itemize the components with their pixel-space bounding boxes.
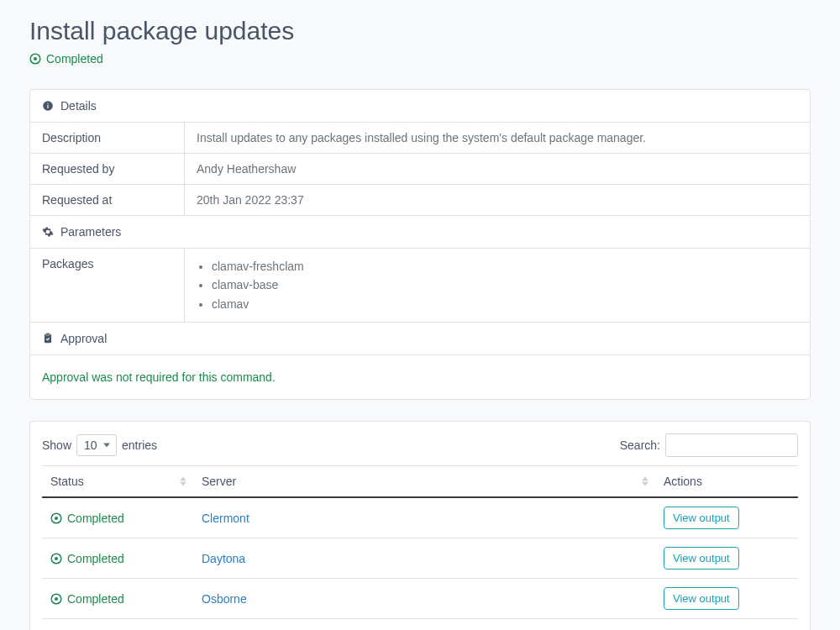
- svg-point-8: [55, 517, 58, 520]
- sort-icon: [180, 477, 186, 486]
- check-circle-icon: [50, 553, 62, 564]
- view-output-button[interactable]: View output: [664, 587, 739, 610]
- server-link[interactable]: Osborne: [202, 592, 247, 606]
- info-icon: [42, 100, 54, 112]
- table-row: CompletedDaytonaView output: [42, 538, 798, 579]
- search-input[interactable]: [665, 433, 798, 457]
- show-suffix: entries: [122, 438, 157, 452]
- package-item: clamav-base: [212, 276, 798, 294]
- check-circle-icon: [50, 593, 62, 605]
- detail-value: clamav-freshclamclamav-baseclamav: [185, 249, 810, 322]
- table-row: CompletedOsborneView output: [42, 579, 798, 619]
- packages-list: clamav-freshclamclamav-baseclamav: [197, 257, 798, 313]
- table-row: CompletedClermontView output: [42, 497, 798, 538]
- gear-icon: [42, 226, 54, 238]
- view-output-button[interactable]: View output: [664, 507, 739, 529]
- entries-select[interactable]: 10: [76, 434, 117, 456]
- sort-icon: [642, 477, 648, 486]
- detail-value: 20th Jan 2022 23:37: [185, 185, 810, 215]
- detail-value: Andy Heathershaw: [185, 154, 810, 184]
- detail-label: Requested by: [30, 154, 185, 184]
- results-table: Status Server Actions CompletedClermontV…: [42, 465, 798, 619]
- approval-header: Approval: [30, 323, 810, 355]
- details-panel: Details Description Install updates to a…: [29, 89, 811, 400]
- show-prefix: Show: [42, 438, 71, 452]
- svg-point-1: [34, 57, 37, 60]
- page-status: Completed: [29, 52, 811, 66]
- svg-point-10: [55, 557, 58, 560]
- detail-label: Packages: [30, 249, 185, 322]
- parameters-title: Parameters: [60, 225, 121, 239]
- approval-title: Approval: [60, 332, 107, 345]
- status-cell: Completed: [50, 592, 185, 606]
- detail-label: Requested at: [30, 185, 185, 215]
- col-status[interactable]: Status: [42, 466, 193, 498]
- svg-rect-6: [46, 333, 50, 335]
- detail-label: Description: [30, 123, 185, 153]
- parameters-header: Parameters: [30, 216, 810, 249]
- approval-message: Approval was not required for this comma…: [30, 355, 810, 399]
- server-link[interactable]: Daytona: [202, 552, 245, 565]
- details-header: Details: [30, 90, 810, 123]
- clipboard-check-icon: [42, 333, 54, 344]
- svg-point-4: [47, 102, 48, 103]
- status-cell: Completed: [50, 552, 185, 565]
- check-circle-icon: [50, 512, 62, 524]
- page-title: Install package updates: [29, 17, 811, 45]
- details-title: Details: [60, 99, 97, 113]
- col-actions: Actions: [655, 466, 798, 498]
- search-label: Search:: [620, 438, 660, 452]
- check-circle-icon: [29, 53, 41, 65]
- detail-row-packages: Packages clamav-freshclamclamav-baseclam…: [30, 249, 810, 323]
- view-output-button[interactable]: View output: [664, 547, 739, 570]
- status-cell: Completed: [50, 512, 185, 525]
- svg-rect-3: [47, 105, 48, 108]
- detail-row-description: Description Install updates to any packa…: [30, 123, 810, 154]
- svg-rect-5: [45, 334, 51, 344]
- package-item: clamav: [212, 295, 798, 313]
- show-entries: Show 10 entries: [42, 434, 157, 456]
- detail-row-requested-by: Requested by Andy Heathershaw: [30, 154, 810, 185]
- detail-row-requested-at: Requested at 20th Jan 2022 23:37: [30, 185, 810, 216]
- page-status-label: Completed: [46, 52, 103, 66]
- results-panel: Show 10 entries Search: Status: [29, 421, 811, 630]
- svg-point-12: [55, 597, 58, 601]
- server-link[interactable]: Clermont: [202, 512, 249, 525]
- package-item: clamav-freshclam: [212, 257, 798, 276]
- detail-value: Install updates to any packages installe…: [185, 123, 810, 153]
- col-server[interactable]: Server: [193, 466, 655, 498]
